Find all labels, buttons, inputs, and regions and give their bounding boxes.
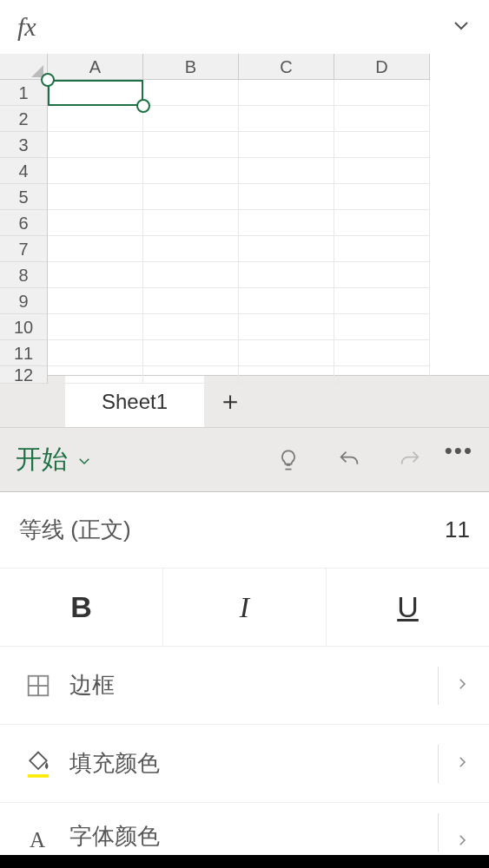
undo-icon[interactable] xyxy=(323,448,375,472)
cell[interactable] xyxy=(334,288,430,314)
cell[interactable] xyxy=(334,210,430,236)
cell[interactable] xyxy=(334,132,430,158)
cell[interactable] xyxy=(48,132,143,158)
chevron-down-icon[interactable] xyxy=(451,15,472,39)
cell[interactable] xyxy=(334,366,430,384)
cell[interactable] xyxy=(48,366,143,384)
font-color-label: 字体颜色 xyxy=(57,821,438,852)
cell[interactable] xyxy=(334,236,430,262)
row-header[interactable]: 3 xyxy=(0,132,48,158)
cell-selection[interactable] xyxy=(48,80,143,106)
svg-text:A: A xyxy=(30,828,45,852)
column-header-C[interactable]: C xyxy=(239,54,334,80)
cell[interactable] xyxy=(239,80,334,106)
row-header[interactable]: 5 xyxy=(0,184,48,210)
cell[interactable] xyxy=(143,288,239,314)
cell[interactable] xyxy=(48,262,143,288)
cell[interactable] xyxy=(239,288,334,314)
border-option[interactable]: 边框 xyxy=(0,647,489,725)
row-header[interactable]: 6 xyxy=(0,210,48,236)
spreadsheet-grid[interactable]: A B C D 1 2 3 4 5 6 7 8 9 10 11 12 xyxy=(0,54,489,375)
cell[interactable] xyxy=(48,236,143,262)
cell[interactable] xyxy=(48,288,143,314)
cell[interactable] xyxy=(239,314,334,340)
fill-color-option[interactable]: 填充颜色 xyxy=(0,725,489,803)
redo-icon[interactable] xyxy=(384,448,436,472)
bold-button[interactable]: B xyxy=(0,569,163,646)
row-header[interactable]: 10 xyxy=(0,314,48,340)
font-picker-row[interactable]: 等线 (正文) 11 xyxy=(0,492,489,569)
cell[interactable] xyxy=(143,106,239,132)
paint-bucket-icon xyxy=(19,749,57,779)
cell[interactable] xyxy=(143,366,239,384)
cell[interactable] xyxy=(143,158,239,184)
row-header[interactable]: 8 xyxy=(0,262,48,288)
cell[interactable] xyxy=(334,106,430,132)
cell[interactable] xyxy=(239,106,334,132)
fx-icon[interactable]: fx xyxy=(17,12,36,42)
cell[interactable] xyxy=(143,184,239,210)
more-options-icon[interactable]: ••• xyxy=(445,437,473,464)
chevron-right-icon xyxy=(454,754,470,773)
row-header[interactable]: 12 xyxy=(0,366,48,384)
cell[interactable] xyxy=(239,262,334,288)
formula-bar: fx xyxy=(0,0,489,54)
italic-button[interactable]: I xyxy=(163,569,327,646)
border-label: 边框 xyxy=(57,670,438,700)
cell[interactable] xyxy=(239,158,334,184)
cell[interactable] xyxy=(143,340,239,366)
chevron-right-icon xyxy=(454,676,470,695)
select-all-corner[interactable] xyxy=(0,54,48,80)
row-header[interactable]: 7 xyxy=(0,236,48,262)
column-header-B[interactable]: B xyxy=(143,54,239,80)
cell[interactable] xyxy=(239,236,334,262)
cell[interactable] xyxy=(143,236,239,262)
ribbon-tab-home[interactable]: 开始 xyxy=(16,442,92,477)
cell[interactable] xyxy=(143,262,239,288)
cell[interactable] xyxy=(48,340,143,366)
text-style-row: B I U xyxy=(0,569,489,647)
row-header[interactable]: 4 xyxy=(0,158,48,184)
fill-color-label: 填充颜色 xyxy=(57,748,438,779)
ribbon-tab-label: 开始 xyxy=(16,442,68,477)
cell[interactable] xyxy=(239,132,334,158)
ribbon-bar: 开始 ••• xyxy=(0,427,489,492)
column-headers: A B C D xyxy=(0,54,489,80)
cell[interactable] xyxy=(334,314,430,340)
cell[interactable] xyxy=(239,210,334,236)
cell[interactable] xyxy=(48,158,143,184)
row-header[interactable]: 2 xyxy=(0,106,48,132)
selection-handle-bottom-right[interactable] xyxy=(136,99,150,113)
cell[interactable] xyxy=(239,184,334,210)
cell[interactable] xyxy=(334,262,430,288)
system-nav-bar: 值 什么值得买 xyxy=(0,855,489,868)
row-header[interactable]: 11 xyxy=(0,340,48,366)
selection-handle-top-left[interactable] xyxy=(41,73,55,87)
cell[interactable] xyxy=(48,314,143,340)
cell[interactable] xyxy=(48,106,143,132)
cell[interactable] xyxy=(48,210,143,236)
underline-button[interactable]: U xyxy=(327,569,489,646)
cell[interactable] xyxy=(334,184,430,210)
column-header-A[interactable]: A xyxy=(48,54,143,80)
cell[interactable] xyxy=(334,158,430,184)
column-header-D[interactable]: D xyxy=(334,54,430,80)
font-name: 等线 (正文) xyxy=(19,515,445,545)
chevron-down-icon xyxy=(76,445,92,475)
cell[interactable] xyxy=(334,80,430,106)
cell[interactable] xyxy=(143,132,239,158)
cell[interactable] xyxy=(48,184,143,210)
cell[interactable] xyxy=(143,210,239,236)
font-size: 11 xyxy=(445,516,470,543)
cell[interactable] xyxy=(239,340,334,366)
font-color-icon: A xyxy=(19,825,57,852)
cell[interactable] xyxy=(239,366,334,384)
lightbulb-icon[interactable] xyxy=(262,448,314,472)
row-header[interactable]: 1 xyxy=(0,80,48,106)
row-header[interactable]: 9 xyxy=(0,288,48,314)
font-color-option[interactable]: A 字体颜色 xyxy=(0,803,489,855)
border-icon xyxy=(19,673,57,699)
cell[interactable] xyxy=(143,80,239,106)
cell[interactable] xyxy=(143,314,239,340)
cell[interactable] xyxy=(334,340,430,366)
